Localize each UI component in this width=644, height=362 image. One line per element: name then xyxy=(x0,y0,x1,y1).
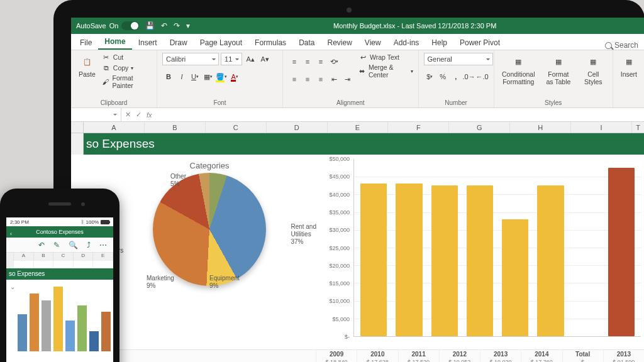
pie-label-marketing: Marketing9% xyxy=(147,275,174,290)
format-as-table-button[interactable]: ▦Format as Table xyxy=(541,53,575,87)
worksheet[interactable]: so Expenses Categories Other5% Rent andU… xyxy=(71,133,644,362)
cut-button[interactable]: ✂Cut xyxy=(102,53,152,62)
col-c[interactable]: C xyxy=(206,122,267,133)
group-clipboard: 📋 Paste ✂Cut ⧉Copy ▾ 🖌Format Painter Cli… xyxy=(71,50,157,107)
enter-icon[interactable]: ✓ xyxy=(136,111,142,119)
dec-decimal-button[interactable]: ←.0 xyxy=(476,70,489,83)
col-last[interactable]: T xyxy=(632,122,644,133)
bar-2013 xyxy=(608,168,635,336)
undo-icon[interactable]: ↶ xyxy=(161,21,167,30)
phone-bar xyxy=(101,312,111,351)
col-i[interactable]: I xyxy=(571,122,632,133)
bar-plot-area xyxy=(353,159,641,337)
inc-decimal-button[interactable]: .0→ xyxy=(463,70,475,83)
phone-search-icon[interactable]: 🔍 xyxy=(69,241,78,250)
border-button[interactable]: ▦▾ xyxy=(202,70,214,83)
col-f[interactable]: F xyxy=(388,122,449,133)
pie-chart[interactable]: Categories Other5% Rent andUtilities37% … xyxy=(115,161,304,286)
cell-styles-button[interactable]: ▦Cell Styles xyxy=(579,53,608,87)
format-painter-button[interactable]: 🖌Format Painter xyxy=(102,74,152,89)
fx-icon[interactable]: fx xyxy=(147,111,152,119)
redo-icon[interactable]: ↷ xyxy=(174,21,180,30)
bar-2010 xyxy=(396,184,422,336)
wrap-text-button[interactable]: ↩Wrap Text xyxy=(358,53,413,62)
autosave-toggle[interactable]: AutoSave On xyxy=(76,21,139,30)
phone-draw-icon[interactable]: ✎ xyxy=(53,241,60,250)
phone-sheet[interactable]: ABCDE so Expenses ⌄ xyxy=(6,253,113,355)
col-d[interactable]: D xyxy=(267,122,328,133)
tab-addins[interactable]: Add-ins xyxy=(387,35,426,50)
col-h[interactable]: H xyxy=(510,122,571,133)
percent-button[interactable]: % xyxy=(436,70,449,83)
select-all-corner[interactable] xyxy=(71,122,84,133)
save-icon[interactable]: 💾 xyxy=(145,21,155,30)
qat-more-icon[interactable]: ▾ xyxy=(186,21,190,30)
tab-data[interactable]: Data xyxy=(292,35,321,50)
phone-toolbar: ↶ ✎ 🔍 ⤴ ⋯ xyxy=(6,238,113,253)
indent-dec-button[interactable]: ⇤ xyxy=(328,73,340,85)
pie-label-other: Other5% xyxy=(170,173,186,188)
underline-button[interactable]: U▾ xyxy=(189,70,201,83)
toggle-switch-icon[interactable] xyxy=(121,21,139,30)
col-g[interactable]: G xyxy=(449,122,510,133)
copy-button[interactable]: ⧉Copy ▾ xyxy=(102,63,152,72)
tab-home[interactable]: Home xyxy=(98,34,131,50)
tab-insert[interactable]: Insert xyxy=(132,35,164,50)
align-center-button[interactable]: ≡ xyxy=(301,73,314,85)
number-format-dropdown[interactable]: General xyxy=(424,53,493,65)
tab-review[interactable]: Review xyxy=(321,35,358,50)
col-a[interactable]: A xyxy=(84,122,145,133)
orientation-button[interactable]: ⟲▾ xyxy=(328,55,340,68)
phone-share-icon[interactable]: ⤴ xyxy=(87,241,91,250)
bold-button[interactable]: B xyxy=(162,70,175,83)
tab-page-layout[interactable]: Page Layout xyxy=(194,35,248,50)
row-1-header[interactable] xyxy=(71,133,84,155)
font-color-button[interactable]: A▾ xyxy=(228,70,241,83)
font-name-dropdown[interactable]: Calibri xyxy=(162,53,219,65)
phone-bar xyxy=(18,314,27,351)
merge-center-button[interactable]: ⬌Merge & Center ▾ xyxy=(358,63,413,79)
paste-button[interactable]: 📋 Paste xyxy=(76,53,98,79)
name-box[interactable] xyxy=(71,108,121,121)
pie-label-rent: Rent andUtilities37% xyxy=(291,223,316,246)
insert-cells-button[interactable]: ▦Insert xyxy=(618,53,640,79)
align-left-button[interactable]: ≡ xyxy=(288,73,301,85)
sheet-title-row: so Expenses xyxy=(71,133,644,155)
col-e[interactable]: E xyxy=(328,122,389,133)
shrink-font-button[interactable]: A▾ xyxy=(258,53,271,65)
cancel-icon[interactable]: ✕ xyxy=(125,111,131,119)
bar-2013 xyxy=(502,219,528,336)
bar-2011 xyxy=(431,185,458,336)
tab-power-pivot[interactable]: Power Pivot xyxy=(453,35,506,50)
align-bottom-button[interactable]: ≡ xyxy=(314,55,327,68)
merge-icon: ⬌ xyxy=(358,67,366,75)
phone-bar-chart[interactable]: ⌄ xyxy=(6,280,113,355)
fill-color-button[interactable]: 🪣▾ xyxy=(215,70,228,83)
indent-inc-button[interactable]: ⇥ xyxy=(341,73,353,85)
tab-help[interactable]: Help xyxy=(425,35,453,50)
bluetooth-icon: ᛒ xyxy=(81,219,84,225)
comma-button[interactable]: , xyxy=(450,70,462,83)
tab-view[interactable]: View xyxy=(358,35,387,50)
italic-button[interactable]: I xyxy=(175,70,188,83)
align-right-button[interactable]: ≡ xyxy=(314,73,327,85)
phone-undo-icon[interactable]: ↶ xyxy=(38,241,45,250)
currency-button[interactable]: $▾ xyxy=(424,70,436,83)
formula-input[interactable] xyxy=(157,111,644,119)
tab-file[interactable]: File xyxy=(74,35,98,50)
year-cell: 2011$ 17,520 xyxy=(399,350,440,362)
chevron-down-icon[interactable]: ⌄ xyxy=(10,283,15,290)
align-middle-button[interactable]: ≡ xyxy=(301,55,314,68)
phone-speaker xyxy=(48,202,71,206)
back-icon[interactable]: ‹ xyxy=(10,228,12,239)
conditional-formatting-button[interactable]: ▦Conditional Formatting xyxy=(499,53,538,87)
tell-me-search[interactable]: Search xyxy=(605,41,638,50)
font-size-dropdown[interactable]: 11 xyxy=(221,53,242,65)
phone-more-icon[interactable]: ⋯ xyxy=(99,241,107,250)
col-b[interactable]: B xyxy=(145,122,206,133)
align-top-button[interactable]: ≡ xyxy=(288,55,301,68)
tab-formulas[interactable]: Formulas xyxy=(248,35,292,50)
grow-font-button[interactable]: A▴ xyxy=(244,53,257,65)
bar-chart[interactable]: $50,000 $45,000 $40,000 $35,000 $30,000 … xyxy=(319,156,644,349)
tab-draw[interactable]: Draw xyxy=(164,35,194,50)
